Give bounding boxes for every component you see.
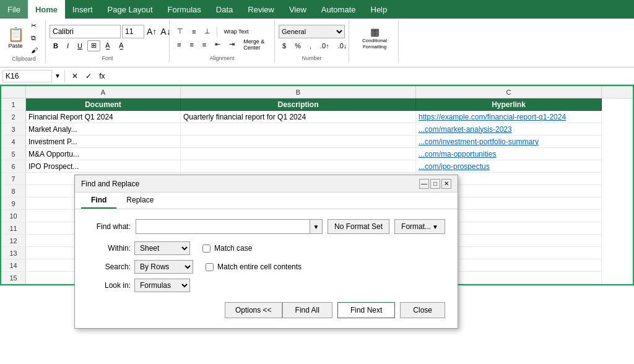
borders-button[interactable]: ⊞ [87, 40, 100, 51]
confirm-formula-icon[interactable]: ✓ [82, 70, 95, 82]
cell-b1[interactable]: Description [181, 98, 416, 111]
menu-insert[interactable]: Insert [65, 0, 100, 19]
merge-center-button[interactable]: Merge & Center [240, 39, 271, 50]
comma-button[interactable]: , [306, 40, 315, 51]
decrease-decimal-button[interactable]: .0↓ [334, 40, 351, 51]
align-bottom-button[interactable]: ⊥ [201, 26, 214, 37]
options-button[interactable]: Options << [225, 302, 282, 318]
row-number: 7 [1, 173, 26, 185]
number-format-select[interactable]: General [279, 25, 345, 38]
cell-c2[interactable]: https://example.com/financial-report-q1-… [416, 111, 602, 123]
paste-button[interactable]: 📋 Paste [6, 20, 25, 55]
cell-a3[interactable]: Market Analy... [26, 123, 181, 136]
increase-font-button[interactable]: A↑ [145, 27, 158, 37]
menu-page-layout[interactable]: Page Layout [100, 0, 160, 19]
italic-button[interactable]: I [63, 40, 72, 51]
dialog-title: Find and Replace [81, 180, 139, 188]
menu-file[interactable]: File [0, 0, 28, 19]
look-in-select[interactable]: Formulas Values Comments [134, 279, 190, 292]
match-entire-item[interactable]: Match entire cell contents [206, 262, 302, 271]
copy-button[interactable]: ⧉ [27, 32, 41, 43]
dialog-maximize-button[interactable]: □ [430, 179, 440, 189]
menu-view[interactable]: View [282, 0, 314, 19]
col-header-c[interactable]: C [416, 86, 602, 98]
font-size-input[interactable] [122, 25, 144, 38]
cell-a6[interactable]: IPO Prospect... [26, 160, 181, 173]
col-header-a[interactable]: A [26, 86, 181, 98]
match-entire-checkbox[interactable] [206, 263, 214, 271]
menu-review[interactable]: Review [240, 0, 282, 19]
row-number: 15 [1, 272, 26, 284]
tab-find[interactable]: Find [81, 193, 116, 209]
cell-c5[interactable]: ...com/ma-opportunities [416, 148, 602, 160]
menu-data[interactable]: Data [209, 0, 240, 19]
within-select[interactable]: Sheet Workbook [134, 241, 190, 255]
cell-a5[interactable]: M&A Opportu... [26, 148, 181, 160]
cell-b5[interactable] [181, 148, 416, 160]
row-number: 11 [1, 222, 26, 235]
clipboard-label: Clipboard [2, 56, 45, 62]
align-top-button[interactable]: ⊤ [173, 26, 187, 37]
close-dialog-button[interactable]: Close [400, 302, 445, 318]
align-right-button[interactable]: ≡ [199, 39, 210, 50]
cancel-formula-icon[interactable]: ✕ [69, 70, 81, 82]
dialog-minimize-button[interactable]: — [419, 179, 429, 189]
cell-c6[interactable]: ...com/ipo-prospectus [416, 160, 602, 173]
conditional-formatting-button[interactable]: ▦ Conditional Formatting [353, 21, 396, 54]
dialog-close-button[interactable]: ✕ [441, 179, 451, 189]
format-button[interactable]: Format... ▼ [394, 219, 445, 234]
formula-input[interactable] [111, 72, 632, 80]
cut-icon: ✂ [31, 22, 37, 30]
row-number: 5 [1, 148, 26, 160]
cell-c4[interactable]: ...com/investment-portfolio-summary [416, 136, 602, 148]
cell-c3[interactable]: ...com/market-analysis-2023 [416, 123, 602, 136]
menu-home[interactable]: Home [28, 0, 65, 19]
menu-formulas[interactable]: Formulas [160, 0, 209, 19]
increase-indent-button[interactable]: ⇥ [225, 39, 238, 50]
cell-a4[interactable]: Investment P... [26, 136, 181, 148]
underline-button[interactable]: U [74, 40, 86, 51]
search-label: Search: [87, 262, 131, 271]
cell-b2[interactable]: Quarterly financial report for Q1 2024 [181, 111, 416, 123]
fill-color-button[interactable]: A̲ [102, 40, 114, 51]
find-next-button[interactable]: Find Next [337, 302, 395, 318]
cell-c1[interactable]: Hyperlink [416, 98, 602, 111]
cell-a1[interactable]: Document [26, 98, 181, 111]
find-all-button[interactable]: Find All [282, 302, 332, 318]
row-number: 14 [1, 259, 26, 272]
find-what-input[interactable] [136, 220, 310, 233]
percent-button[interactable]: % [291, 40, 305, 51]
cut-button[interactable]: ✂ [27, 20, 41, 31]
match-case-item[interactable]: Match case [202, 244, 252, 253]
tab-replace[interactable]: Replace [116, 193, 163, 209]
insert-function-icon[interactable]: fx [96, 70, 108, 82]
menu-automate[interactable]: Automate [314, 0, 363, 19]
wrap-text-button[interactable]: Wrap Text [220, 26, 252, 37]
font-name-input[interactable] [50, 25, 121, 38]
decrease-indent-button[interactable]: ⇤ [211, 39, 224, 50]
cell-b3[interactable] [181, 123, 416, 136]
font-color-button[interactable]: A̲ [115, 40, 128, 51]
format-painter-button[interactable]: 🖌 [27, 45, 41, 56]
menu-help[interactable]: Help [363, 0, 395, 19]
no-format-button[interactable]: No Format Set [328, 219, 389, 234]
col-header-b[interactable]: B [181, 86, 416, 98]
increase-decimal-button[interactable]: .0↑ [316, 40, 333, 51]
cell-b4[interactable] [181, 136, 416, 148]
cell-a2[interactable]: Financial Report Q1 2024 [26, 111, 181, 123]
accounting-button[interactable]: $ [279, 40, 290, 51]
cell-reference-input[interactable] [2, 70, 52, 82]
align-left-button[interactable]: ≡ [173, 39, 185, 50]
align-middle-button[interactable]: ≡ [188, 26, 199, 37]
conditional-formatting-label: Conditional Formatting [354, 38, 396, 50]
corner-cell[interactable] [1, 86, 26, 98]
formula-expand-icon[interactable]: ▼ [54, 72, 61, 79]
align-center-button[interactable]: ≡ [186, 39, 197, 50]
cell-b6[interactable] [181, 160, 416, 173]
within-search-row: Within: Sheet Workbook Match case [87, 241, 445, 255]
search-select[interactable]: By Rows By Columns [134, 260, 193, 274]
bold-button[interactable]: B [50, 40, 62, 51]
within-option: Within: Sheet Workbook [87, 241, 190, 255]
match-case-checkbox[interactable] [202, 245, 211, 253]
find-input-dropdown[interactable]: ▼ [310, 220, 322, 233]
